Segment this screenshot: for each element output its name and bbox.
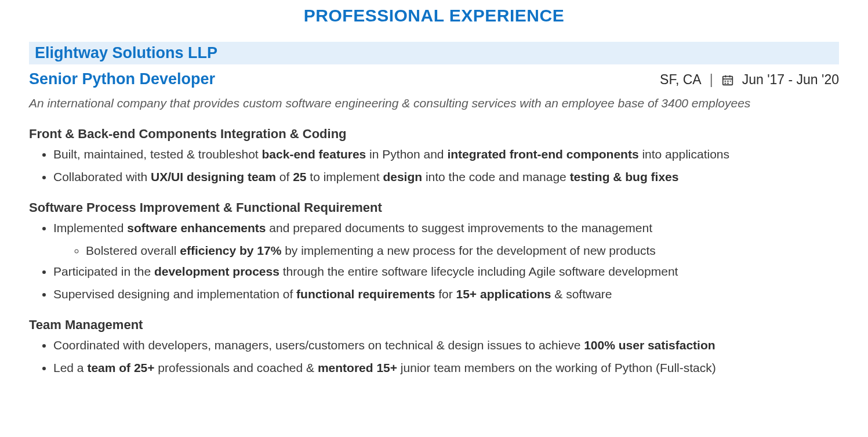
company-summary: An international company that provides c… [29, 96, 839, 110]
list-item: Bolstered overall efficiency by 17% by i… [86, 241, 839, 261]
list-item: Led a team of 25+ professionals and coac… [53, 359, 839, 378]
list-item: Implemented software enhancements and pr… [53, 219, 839, 238]
company-bar: Elightway Solutions LLP [29, 42, 839, 64]
svg-rect-4 [724, 80, 726, 81]
calendar-icon [721, 74, 734, 86]
block-heading: Team Management [29, 317, 839, 333]
sub-bullet-list: Bolstered overall efficiency by 17% by i… [53, 241, 839, 261]
list-item: Coordinated with developers, managers, u… [53, 336, 839, 355]
company-name: Elightway Solutions LLP [35, 44, 217, 62]
experience-blocks: Front & Back-end Components Integration … [29, 127, 839, 377]
svg-rect-5 [727, 80, 729, 81]
list-item: Built, maintained, tested & troubleshot … [53, 145, 839, 164]
bullet-list: Implemented software enhancements and pr… [29, 219, 839, 304]
block-heading: Software Process Improvement & Functiona… [29, 200, 839, 215]
date-range: Jun '17 - Jun '20 [742, 72, 839, 88]
list-item: Participated in the development process … [53, 262, 839, 281]
svg-rect-6 [729, 80, 731, 81]
experience-block: Front & Back-end Components Integration … [29, 127, 839, 186]
experience-block: Software Process Improvement & Functiona… [29, 200, 839, 304]
role-meta: SF, CA | Jun '17 - Jun '20 [660, 72, 839, 88]
svg-rect-8 [727, 82, 729, 84]
role-row: Senior Python Developer SF, CA | Jun '17… [29, 70, 839, 88]
svg-rect-7 [724, 82, 726, 84]
location: SF, CA [660, 72, 702, 88]
experience-block: Team ManagementCoordinated with develope… [29, 317, 839, 377]
list-item: Collaborated with UX/UI designing team o… [53, 168, 839, 187]
list-item: Supervised designing and implementation … [53, 285, 839, 304]
bullet-list: Built, maintained, tested & troubleshot … [29, 145, 839, 186]
role-title: Senior Python Developer [29, 70, 215, 88]
bullet-list: Coordinated with developers, managers, u… [29, 336, 839, 377]
separator: | [710, 72, 713, 88]
block-heading: Front & Back-end Components Integration … [29, 127, 839, 142]
section-title: PROFESSIONAL EXPERIENCE [29, 6, 839, 26]
